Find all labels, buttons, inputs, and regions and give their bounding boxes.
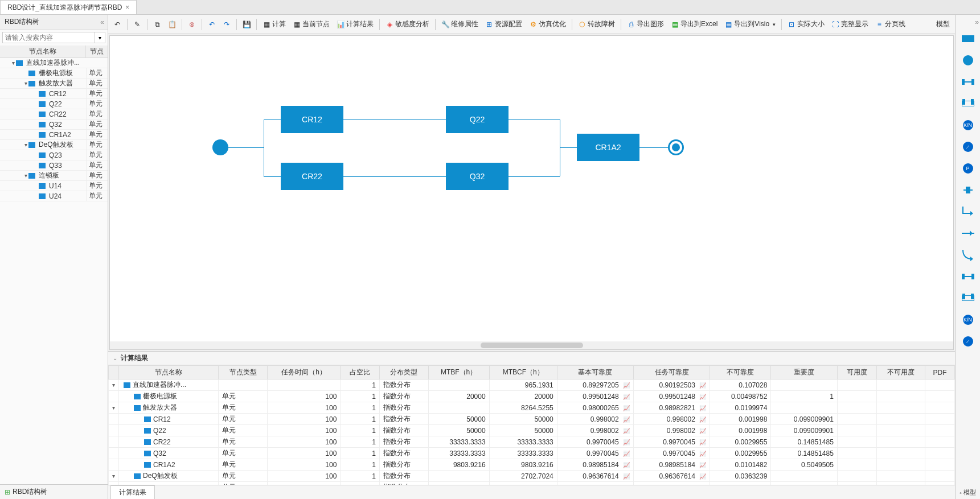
results-grid[interactable]: 节点名称节点类型任务时间（h）占空比分布类型MTBF（h）MTBCF（h）基本可… — [108, 365, 955, 485]
document-tab[interactable]: RBD设计_直线加速器脉冲调节器RBD × — [0, 0, 137, 14]
chart-icon[interactable]: 📈 — [698, 416, 706, 423]
tree-row[interactable]: U14 单元 — [0, 181, 108, 191]
chart-icon[interactable]: 📈 — [622, 439, 630, 446]
calc-button[interactable]: ▦计算 — [260, 18, 289, 31]
table-row[interactable]: CR12 单元 100 1 指数分布 50000 50000 0.998002 … — [109, 414, 955, 425]
chart-icon[interactable]: 📈 — [698, 473, 706, 480]
chart-icon[interactable]: 📈 — [622, 462, 630, 468]
tree-row[interactable]: 栅极电源板 单元 — [0, 68, 108, 79]
edit-button[interactable]: ✎ — [130, 19, 144, 30]
column-header[interactable]: MTBCF（h） — [489, 366, 557, 380]
chart-icon[interactable]: 📈 — [698, 428, 706, 434]
chart-icon[interactable]: 📈 — [622, 473, 630, 480]
node-cr12[interactable]: CR12 — [281, 106, 343, 133]
column-header[interactable]: 基本可靠度 — [557, 366, 633, 380]
chart-icon[interactable]: 📈 — [622, 416, 630, 423]
palette-connector-box[interactable] — [959, 94, 977, 113]
row-toggle[interactable] — [109, 425, 119, 436]
chart-icon[interactable]: 📈 — [698, 382, 706, 389]
paste-button[interactable]: 📋 — [165, 19, 179, 30]
palette-switch[interactable]: ⟋ — [959, 138, 977, 156]
palette-arrow-right[interactable] — [959, 224, 977, 242]
column-header[interactable] — [109, 366, 119, 380]
column-header[interactable]: 不可靠度 — [710, 366, 771, 380]
palette-node[interactable] — [959, 181, 977, 199]
column-header[interactable]: PDF — [925, 366, 955, 380]
chart-icon[interactable]: 📈 — [622, 382, 630, 389]
palette-arrow-down[interactable] — [959, 203, 977, 221]
delete-button[interactable]: ⊗ — [185, 19, 199, 30]
sensitivity-button[interactable]: ◈敏感度分析 — [383, 18, 432, 31]
tree-row[interactable]: ▾ DeQ触发板 单元 — [0, 140, 108, 150]
search-input[interactable] — [2, 32, 95, 43]
palette-p[interactable]: P — [959, 159, 977, 178]
tree-row[interactable]: CR1A2 单元 — [0, 130, 108, 140]
undo2-button[interactable]: ↶ — [205, 19, 219, 30]
row-toggle[interactable] — [109, 436, 119, 448]
table-row[interactable]: 栅极电源板 单元 100 1 指数分布 20000 20000 0.995012… — [109, 391, 955, 402]
chart-icon[interactable]: 📈 — [622, 451, 630, 457]
end-node[interactable] — [668, 139, 684, 155]
save-button[interactable]: 💾 — [240, 19, 253, 30]
row-toggle[interactable]: ▾ — [109, 402, 119, 414]
horizontal-scrollbar[interactable] — [110, 341, 953, 349]
chart-icon[interactable]: 📈 — [622, 394, 630, 400]
node-q22[interactable]: Q22 — [446, 106, 509, 133]
tree-row[interactable]: Q23 单元 — [0, 150, 108, 160]
fit-display-button[interactable]: ⛶完整显示 — [829, 18, 871, 31]
chart-icon[interactable]: 📈 — [698, 405, 706, 411]
row-toggle[interactable]: ▾ — [109, 380, 119, 391]
palette-circle[interactable] — [959, 51, 977, 69]
palette-kn[interactable]: K/N — [959, 116, 977, 134]
results-tab[interactable]: 计算结果 — [110, 485, 155, 499]
tree-row[interactable]: ▾ 连锁板 单元 — [0, 171, 108, 181]
undo-button[interactable]: ↶ — [110, 19, 124, 30]
column-header[interactable]: 节点名称 — [119, 366, 219, 380]
column-header[interactable]: 可用度 — [837, 366, 876, 380]
tree-row[interactable]: ▾ 触发放大器 单元 — [0, 79, 108, 89]
node-q32[interactable]: Q32 — [446, 163, 509, 190]
tree-row[interactable]: ▾ 直线加速器脉冲... — [0, 58, 108, 68]
palette-connector-box2[interactable] — [959, 289, 977, 307]
palette-rect[interactable] — [959, 30, 977, 48]
chart-icon[interactable]: 📈 — [698, 439, 706, 446]
diagram-canvas[interactable]: CR12 CR22 Q22 Q32 CR1A2 — [109, 35, 954, 350]
palette-arrow-curve[interactable] — [959, 246, 977, 264]
toggle-icon[interactable]: ▾ — [23, 172, 28, 179]
maintain-button[interactable]: 🔧维修属性 — [438, 18, 481, 31]
redo-button[interactable]: ↷ — [220, 19, 233, 30]
table-row[interactable]: Q32 单元 100 1 指数分布 33333.3333 33333.3333 … — [109, 448, 955, 459]
column-header[interactable]: 重要度 — [771, 366, 837, 380]
tree-row[interactable]: Q33 单元 — [0, 160, 108, 171]
chart-icon[interactable]: 📈 — [698, 451, 706, 457]
palette-connector-h2[interactable] — [959, 267, 977, 286]
node-cr22[interactable]: CR22 — [281, 163, 343, 190]
actual-size-button[interactable]: ⊡实际大小 — [785, 18, 827, 31]
chevron-down-icon[interactable]: ⌄ — [113, 355, 117, 361]
table-row[interactable]: ▾ 直线加速器脉冲... 1 指数分布 965.1931 0.89297205 … — [109, 380, 955, 391]
resource-button[interactable]: ⊞资源配置 — [482, 18, 525, 31]
column-header[interactable]: 分布类型 — [380, 366, 429, 380]
table-row[interactable]: ▾ DeQ触发板 单元 100 1 指数分布 2702.7024 0.96367… — [109, 471, 955, 482]
chart-icon[interactable]: 📈 — [622, 405, 630, 411]
tree-row[interactable]: CR22 单元 — [0, 109, 108, 119]
palette-switch2[interactable]: ⟋ — [959, 332, 977, 350]
chart-icon[interactable]: 📈 — [698, 462, 706, 468]
column-header[interactable]: 占空比 — [341, 366, 380, 380]
table-row[interactable]: ▾ 触发放大器 单元 100 1 指数分布 8264.5255 0.980002… — [109, 402, 955, 414]
column-header[interactable]: 任务时间（h） — [267, 366, 341, 380]
column-header[interactable]: 任务可靠度 — [634, 366, 710, 380]
start-node[interactable] — [212, 139, 228, 155]
row-toggle[interactable]: ▾ — [109, 471, 119, 482]
fault-tree-button[interactable]: ⬡转故障树 — [575, 18, 618, 31]
column-header[interactable]: 节点类型 — [219, 366, 268, 380]
current-node-button[interactable]: ▦当前节点 — [290, 18, 333, 31]
row-toggle[interactable] — [109, 459, 119, 471]
table-row[interactable]: Q22 单元 100 1 指数分布 50000 50000 0.998002 📈… — [109, 425, 955, 436]
toggle-icon[interactable]: ▾ — [23, 142, 28, 148]
chart-icon[interactable]: 📈 — [698, 394, 706, 400]
close-icon[interactable]: × — [125, 3, 129, 11]
row-toggle[interactable] — [109, 414, 119, 425]
tree-row[interactable]: Q22 单元 — [0, 99, 108, 109]
collapse-icon[interactable]: « — [100, 18, 103, 26]
